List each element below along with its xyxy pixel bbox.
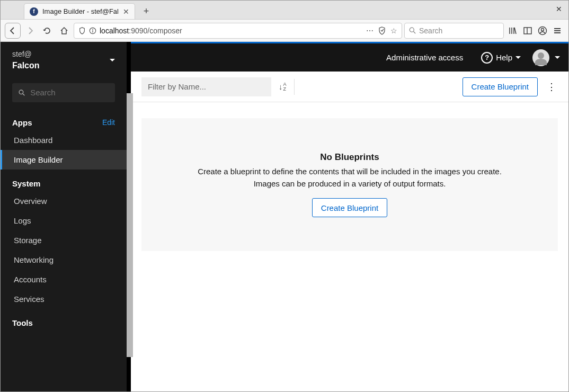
browser-search-field[interactable]: Search [404, 23, 504, 39]
chevron-down-icon [515, 56, 521, 59]
arrow-down-icon: ↓ [279, 82, 283, 91]
avatar [532, 49, 549, 66]
sidebar-icon[interactable] [523, 26, 532, 35]
section-title: System [12, 179, 40, 188]
home-button[interactable] [57, 23, 72, 38]
tab-title: Image Builder - stef@Fal [42, 7, 119, 15]
bookmark-icon[interactable]: ☆ [390, 26, 397, 35]
sidebar-item-image-builder[interactable]: Image Builder [1, 150, 127, 170]
content-toolbar: ↓ AZ Create Blueprint ⋮ [131, 72, 568, 102]
sidebar-item-dashboard[interactable]: Dashboard [1, 130, 127, 150]
home-icon [60, 26, 68, 35]
url-field[interactable]: localhost:9090/composer ⋯ ☆ [74, 23, 402, 39]
svg-point-1 [92, 29, 93, 30]
library-icon[interactable] [508, 26, 518, 35]
empty-state: No Blueprints Create a blueprint to defi… [141, 118, 558, 251]
host-info: stef@ Falcon [12, 49, 40, 72]
svg-point-8 [541, 28, 544, 31]
main-area: Administrative access ? Help ↓ AZ [127, 42, 568, 391]
kebab-menu-button[interactable]: ⋮ [545, 77, 558, 96]
admin-access-text: Administrative access [386, 53, 463, 62]
search-placeholder: Search [419, 26, 442, 35]
host-user: stef@ [12, 49, 40, 60]
info-icon [89, 27, 96, 34]
nav-section-apps: Apps Edit [1, 109, 127, 130]
az-icon: AZ [283, 82, 287, 91]
edit-apps-link[interactable]: Edit [102, 118, 115, 127]
sidebar-item-storage[interactable]: Storage [1, 230, 127, 250]
address-bar: localhost:9090/composer ⋯ ☆ Search [1, 20, 568, 42]
svg-line-4 [414, 32, 416, 34]
close-tab-icon[interactable]: ✕ [123, 7, 129, 16]
sidebar: stef@ Falcon Apps Edit Dashboard Image B… [1, 42, 127, 391]
section-title: Tools [12, 318, 33, 327]
sidebar-item-overview[interactable]: Overview [1, 191, 127, 211]
help-label: Help [496, 53, 512, 62]
sort-button[interactable]: ↓ AZ [279, 82, 287, 91]
forward-button[interactable] [23, 23, 38, 38]
sidebar-search[interactable] [12, 83, 115, 102]
sidebar-scrollbar[interactable] [127, 93, 133, 357]
chevron-down-icon [555, 56, 560, 59]
sidebar-item-logs[interactable]: Logs [1, 211, 127, 230]
ellipsis-icon[interactable]: ⋯ [366, 26, 374, 35]
browser-tab[interactable]: f Image Builder - stef@Fal ✕ [24, 3, 135, 19]
chevron-down-icon [110, 59, 115, 61]
back-button[interactable] [5, 23, 21, 39]
search-icon [409, 27, 416, 34]
sidebar-item-networking[interactable]: Networking [1, 250, 127, 270]
reader-icon[interactable] [378, 26, 386, 35]
url-text: localhost:9090/composer [100, 26, 363, 35]
nav-section-system: System [1, 170, 127, 191]
create-blueprint-button[interactable]: Create Blueprint [463, 77, 538, 96]
arrow-left-icon [8, 26, 17, 35]
empty-create-blueprint-button[interactable]: Create Blueprint [312, 198, 387, 217]
question-icon: ? [481, 52, 493, 64]
account-icon[interactable] [538, 26, 547, 35]
menu-icon[interactable] [553, 26, 562, 35]
app-container: stef@ Falcon Apps Edit Dashboard Image B… [1, 42, 568, 391]
sidebar-search-input[interactable] [30, 88, 109, 97]
window-close-icon[interactable]: ✕ [556, 5, 562, 13]
topbar: Administrative access ? Help [131, 42, 568, 72]
filter-input[interactable] [141, 77, 271, 96]
empty-title: No Blueprints [157, 152, 542, 163]
fedora-icon: f [30, 7, 38, 16]
reload-icon [43, 26, 51, 35]
reload-button[interactable] [40, 23, 55, 38]
sidebar-item-accounts[interactable]: Accounts [1, 270, 127, 289]
svg-rect-5 [524, 28, 531, 34]
divider [294, 79, 295, 95]
empty-description: Create a blueprint to define the content… [157, 166, 542, 190]
host-switcher[interactable]: stef@ Falcon [1, 42, 127, 78]
new-tab-button[interactable]: + [138, 3, 154, 19]
user-menu[interactable] [532, 49, 560, 66]
browser-tab-bar: f Image Builder - stef@Fal ✕ + ✕ [1, 1, 568, 20]
nav-section-tools: Tools [1, 309, 127, 331]
help-button[interactable]: ? Help [479, 50, 523, 66]
svg-rect-2 [92, 30, 93, 32]
svg-line-10 [23, 94, 24, 95]
browser-window: f Image Builder - stef@Fal ✕ + ✕ localho… [0, 0, 569, 392]
section-title: Apps [12, 118, 32, 127]
host-name: Falcon [12, 60, 40, 72]
shield-icon [78, 27, 86, 34]
svg-point-9 [19, 90, 23, 94]
content-body: No Blueprints Create a blueprint to defi… [131, 102, 568, 267]
search-icon [19, 89, 25, 96]
arrow-right-icon [26, 26, 34, 35]
sidebar-item-services[interactable]: Services [1, 289, 127, 309]
svg-point-3 [410, 28, 414, 32]
